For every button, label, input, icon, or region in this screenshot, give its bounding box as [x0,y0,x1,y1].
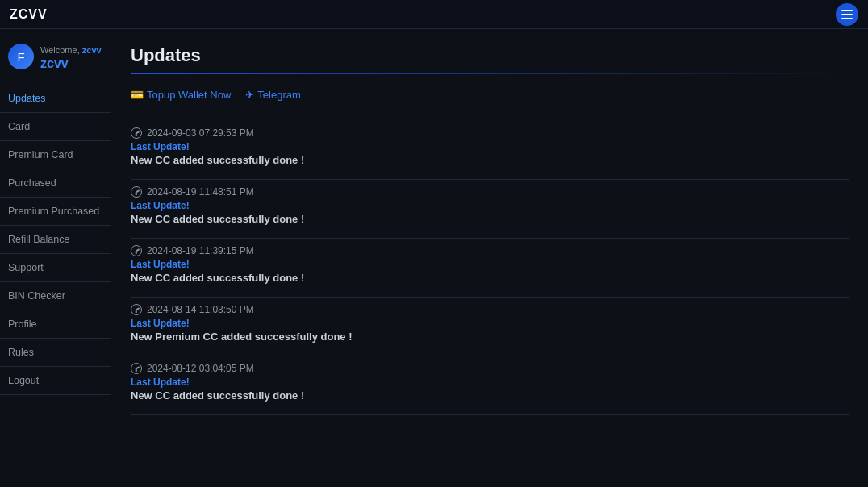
sidebar-item-premium-card[interactable]: Premium Card [0,141,111,169]
hamburger-line-1 [841,10,853,11]
update-entry: 2024-08-14 11:03:50 PMLast Update!New Pr… [131,304,849,356]
update-timestamp-row: 2024-08-12 03:04:05 PM [131,363,849,374]
logo: ZCVV [10,7,48,22]
content-area: Updates 💳Topup Wallet Now✈Telegram 2024-… [111,29,868,487]
update-message: New CC added successfully done ! [131,389,849,402]
user-info: Welcome, zcvv zcvv [40,42,102,71]
timestamp-text: 2024-08-12 03:04:05 PM [147,363,254,374]
sidebar-item-profile[interactable]: Profile [0,310,111,339]
clock-icon [131,127,142,139]
update-message: New CC added successfully done ! [131,213,849,225]
sidebar-item-label-updates: Updates [8,93,46,104]
sidebar: F Welcome, zcvv zcvv UpdatesCardPremium … [0,29,111,487]
sidebar-item-rules[interactable]: Rules [0,339,111,367]
hamburger-line-2 [841,14,853,15]
avatar-icon: F [17,50,24,64]
avatar: F [8,44,34,69]
last-update-label: Last Update! [131,318,849,329]
action-label-topup: Topup Wallet Now [147,89,231,101]
update-entry: 2024-08-19 11:39:15 PMLast Update!New CC… [131,245,849,298]
action-icon-topup: 💳 [131,89,144,101]
sidebar-item-label-bin-checker: BIN Checker [8,290,65,302]
hamburger-line-3 [841,18,853,19]
update-timestamp-row: 2024-08-19 11:48:51 PM [131,186,849,198]
last-update-label: Last Update! [131,200,849,211]
sidebar-item-support[interactable]: Support [0,254,111,282]
username: zcvv [40,56,69,70]
update-message: New Premium CC added successfully done ! [131,331,849,343]
sidebar-item-label-support: Support [8,262,44,273]
last-update-label: Last Update! [131,377,849,388]
update-message: New CC added successfully done ! [131,272,849,284]
sidebar-item-bin-checker[interactable]: BIN Checker [0,282,111,310]
welcome-prefix: Welcome, zcvv [40,45,102,55]
user-section: F Welcome, zcvv zcvv [0,35,111,81]
welcome-prefix: Welcome, [40,45,82,55]
updates-divider [131,114,849,114]
timestamp-text: 2024-08-14 11:03:50 PM [147,304,254,315]
main-layout: F Welcome, zcvv zcvv UpdatesCardPremium … [0,29,868,487]
clock-icon [131,245,142,256]
sidebar-item-label-logout: Logout [8,375,39,386]
sidebar-item-premium-purchased[interactable]: Premium Purchased [0,198,111,226]
action-icon-telegram: ✈ [245,89,254,101]
action-link-telegram[interactable]: ✈Telegram [245,89,300,101]
sidebar-item-purchased[interactable]: Purchased [0,169,111,198]
sidebar-item-label-card: Card [8,121,30,132]
navbar: ZCVV [0,0,868,29]
update-entry: 2024-08-19 11:48:51 PMLast Update!New CC… [131,186,849,239]
clock-icon [131,363,142,374]
timestamp-text: 2024-08-19 11:48:51 PM [147,186,254,198]
action-links: 💳Topup Wallet Now✈Telegram [131,89,849,101]
sidebar-item-logout[interactable]: Logout [0,367,111,395]
updates-list: 2024-09-03 07:29:53 PMLast Update!New CC… [131,127,849,415]
clock-icon [131,186,142,198]
update-message: New CC added successfully done ! [131,154,849,166]
sidebar-item-card[interactable]: Card [0,113,111,141]
sidebar-item-label-rules: Rules [8,347,34,358]
sidebar-item-updates[interactable]: Updates [0,85,111,113]
update-entry: 2024-09-03 07:29:53 PMLast Update!New CC… [131,127,849,180]
last-update-label: Last Update! [131,141,849,152]
hamburger-button[interactable] [836,3,858,26]
action-link-topup[interactable]: 💳Topup Wallet Now [131,89,231,101]
action-label-telegram: Telegram [257,89,300,101]
update-entry: 2024-08-12 03:04:05 PMLast Update!New CC… [131,363,849,415]
clock-icon [131,304,142,315]
username: zcvv [82,45,102,55]
update-timestamp-row: 2024-08-14 11:03:50 PM [131,304,849,315]
sidebar-item-label-profile: Profile [8,318,36,330]
sidebar-item-refill-balance[interactable]: Refill Balance [0,226,111,254]
title-divider [131,73,849,74]
timestamp-text: 2024-08-19 11:39:15 PM [147,245,254,256]
page-title: Updates [131,45,849,66]
sidebar-item-label-purchased: Purchased [8,177,56,189]
sidebar-item-label-premium-purchased: Premium Purchased [8,206,99,217]
sidebar-item-label-refill-balance: Refill Balance [8,234,69,245]
update-timestamp-row: 2024-09-03 07:29:53 PM [131,127,849,139]
update-timestamp-row: 2024-08-19 11:39:15 PM [131,245,849,256]
sidebar-item-label-premium-card: Premium Card [8,149,73,160]
timestamp-text: 2024-09-03 07:29:53 PM [147,127,254,139]
sidebar-items-container: UpdatesCardPremium CardPurchasedPremium … [0,85,111,395]
last-update-label: Last Update! [131,259,849,270]
